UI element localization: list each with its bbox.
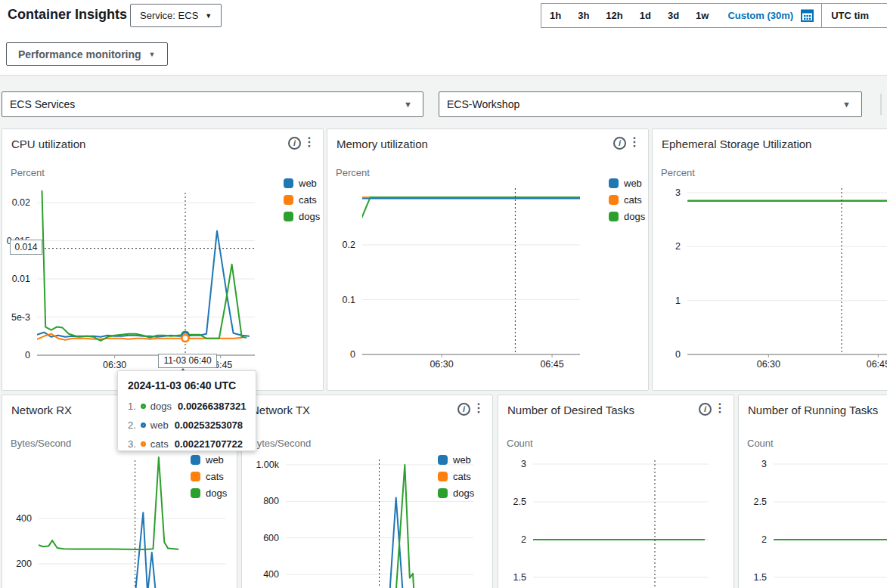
svg-text:0.1: 0.1	[343, 295, 355, 305]
info-icon[interactable]: i	[613, 137, 626, 150]
legend-swatch-icon	[191, 488, 200, 498]
svg-text:600: 600	[263, 533, 279, 543]
chart-plot[interactable]: 32.521.5	[739, 395, 887, 588]
svg-text:5e-3: 5e-3	[11, 312, 30, 323]
svg-text:0: 0	[675, 349, 681, 360]
info-icon[interactable]: i	[699, 403, 712, 416]
chart-title: Number of Desired Tasks	[507, 404, 634, 416]
legend-label: dogs	[624, 211, 645, 222]
container-insights-page: Container Insights Service: ECS ▼ 1h 3h …	[0, 0, 887, 588]
y-axis-unit-label: Count	[507, 438, 533, 449]
chart-plot[interactable]: 0.020.0150.015e-3006:3006:45	[2, 129, 323, 390]
dimension-select[interactable]: ECS Services ▼	[2, 91, 423, 117]
svg-text:06:45: 06:45	[540, 359, 563, 370]
chart-card-cpu-utilization: 0.020.0150.015e-3006:3006:45 CPU utiliza…	[2, 128, 324, 391]
chart-plot[interactable]: 32.521.5	[498, 395, 733, 588]
svg-text:3: 3	[761, 459, 767, 469]
hover-x-axis-label: 11-03 06:40	[158, 354, 217, 368]
legend-label: web	[453, 454, 471, 466]
chart-legend: webcatsdogs	[609, 175, 645, 224]
chart-card-desired-tasks: 32.521.5 Number of Desired Tasks i ⋮ Cou…	[498, 395, 734, 588]
svg-text:0: 0	[350, 349, 355, 360]
tooltip-series-value: 0.00221707722	[175, 438, 243, 450]
legend-item-dogs[interactable]: dogs	[438, 484, 474, 501]
legend-item-web[interactable]: web	[609, 175, 645, 191]
legend-item-dogs[interactable]: dogs	[191, 484, 227, 501]
legend-item-cats[interactable]: cats	[191, 468, 227, 484]
tooltip-timestamp: 2024-11-03 06:40 UTC	[128, 379, 236, 391]
chart-title: Number of Running Tasks	[748, 404, 878, 416]
chart-plot[interactable]: 0.20.1006:3006:45	[327, 129, 648, 390]
service-selector-button[interactable]: Service: ECS ▼	[130, 4, 222, 27]
legend-item-web[interactable]: web	[284, 175, 320, 191]
chart-tooltip: 2024-11-03 06:40 UTC 1. dogs 0.002663873…	[117, 370, 256, 451]
legend-item-web[interactable]: web	[191, 451, 227, 468]
filter-row-separator	[880, 94, 882, 115]
y-axis-unit-label: Count	[747, 438, 774, 449]
legend-item-cats[interactable]: cats	[609, 191, 645, 208]
legend-item-cats[interactable]: cats	[284, 191, 320, 208]
tooltip-rank: 1.	[128, 401, 136, 412]
legend-swatch-icon	[438, 488, 448, 498]
kebab-menu-icon[interactable]: ⋮	[303, 135, 315, 149]
legend-item-dogs[interactable]: dogs	[609, 208, 645, 224]
svg-text:1.00k: 1.00k	[256, 460, 279, 470]
view-selector-button[interactable]: Performance monitoring ▼	[6, 42, 168, 66]
timezone-selector[interactable]: UTC tim	[822, 10, 878, 21]
tooltip-rank: 2.	[128, 419, 136, 431]
kebab-menu-icon[interactable]: ⋮	[628, 135, 640, 149]
chevron-down-icon: ▼	[842, 100, 851, 109]
svg-text:0: 0	[25, 350, 30, 361]
time-range-1d[interactable]: 1d	[631, 10, 659, 21]
legend-item-dogs[interactable]: dogs	[284, 208, 320, 224]
kebab-menu-icon[interactable]: ⋮	[714, 401, 726, 415]
svg-text:1: 1	[675, 296, 681, 306]
header-divider	[0, 75, 887, 76]
chart-legend: webcatsdogs	[191, 451, 227, 501]
series-marker-icon	[141, 422, 146, 428]
chart-card-ephemeral-storage: 321006:3006:45 Ephemeral Storage Utiliza…	[652, 128, 887, 391]
legend-item-web[interactable]: web	[438, 451, 474, 468]
legend-swatch-icon	[284, 212, 293, 221]
info-icon[interactable]: i	[288, 137, 301, 150]
time-range-3h[interactable]: 3h	[569, 10, 597, 21]
info-icon[interactable]: i	[457, 403, 470, 416]
svg-text:06:30: 06:30	[103, 360, 126, 370]
legend-swatch-icon	[609, 195, 619, 205]
y-axis-unit-label: Bytes/Second	[11, 438, 71, 449]
tooltip-series-value: 0.00253253078	[175, 419, 243, 431]
svg-text:2: 2	[675, 241, 681, 252]
svg-text:0.01: 0.01	[12, 274, 30, 284]
legend-swatch-icon	[609, 178, 619, 188]
cluster-select[interactable]: ECS-Workshop ▼	[439, 91, 862, 117]
time-range-1w[interactable]: 1w	[687, 10, 717, 21]
chart-title: Ephemeral Storage Utilization	[662, 138, 811, 150]
chart-legend: webcatsdogs	[284, 175, 320, 224]
legend-label: web	[206, 454, 224, 466]
dimension-select-value: ECS Services	[10, 98, 75, 110]
time-range-12h[interactable]: 12h	[597, 10, 631, 21]
time-range-1h[interactable]: 1h	[541, 10, 569, 21]
chart-title: Memory utilization	[337, 138, 428, 150]
y-axis-unit-label: Percent	[11, 167, 45, 178]
series-marker-icon	[141, 404, 146, 409]
chevron-down-icon: ▼	[404, 100, 412, 109]
y-axis-unit-label: Bytes/Second	[250, 438, 311, 449]
legend-swatch-icon	[284, 195, 293, 205]
legend-label: cats	[453, 471, 471, 482]
y-axis-unit-label: Percent	[336, 167, 370, 178]
svg-text:1.5: 1.5	[513, 572, 526, 583]
calendar-icon[interactable]	[801, 9, 814, 22]
legend-swatch-icon	[191, 472, 200, 481]
legend-swatch-icon	[284, 178, 293, 188]
kebab-menu-icon[interactable]: ⋮	[473, 401, 485, 415]
service-selector-label: Service: ECS	[140, 10, 198, 21]
chart-card-network-tx: 1.00k800600400 Network TX i ⋮ Bytes/Seco…	[241, 395, 493, 588]
legend-item-cats[interactable]: cats	[438, 468, 474, 484]
svg-text:400: 400	[16, 513, 32, 524]
tooltip-row: 3. cats 0.00221707722	[128, 438, 243, 450]
custom-time-range-link[interactable]: Custom (30m)	[717, 10, 799, 21]
time-range-3d[interactable]: 3d	[659, 10, 687, 21]
svg-text:0.02: 0.02	[12, 197, 30, 208]
svg-text:06:30: 06:30	[757, 359, 780, 370]
